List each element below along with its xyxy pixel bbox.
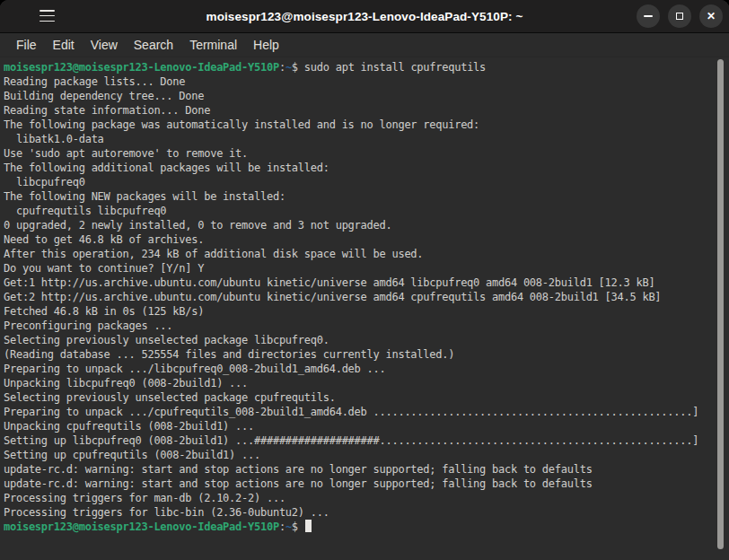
close-icon: ✕ — [707, 10, 716, 22]
terminal-line: Setting up cpufrequtils (008-2build1) ..… — [4, 448, 729, 462]
terminal-line: Need to get 46.8 kB of archives. — [4, 232, 729, 247]
maximize-button[interactable] — [668, 4, 691, 28]
terminal-line: Unpacking cpufrequtils (008-2build1) ... — [4, 419, 729, 433]
terminal-line: Processing triggers for man-db (2.10.2-2… — [4, 491, 729, 505]
close-button[interactable]: ✕ — [699, 4, 723, 28]
terminal-line: Selecting previously unselected package … — [4, 333, 729, 347]
menu-item-file[interactable]: File — [8, 36, 45, 54]
terminal-line: 0 upgraded, 2 newly installed, 0 to remo… — [4, 218, 729, 232]
terminal-line: (Reading database ... 525554 files and d… — [4, 347, 729, 362]
titlebar[interactable]: moisespr123@moisespr123-Lenovo-IdeaPad-Y… — [0, 0, 729, 33]
terminal-line: Reading state information... Done — [4, 103, 729, 118]
terminal-line: Setting up libcpufreq0 (008-2build1) ...… — [4, 433, 729, 448]
terminal-line: The following NEW packages will be insta… — [4, 189, 729, 204]
menu-item-edit[interactable]: Edit — [45, 36, 83, 54]
window-title: moisespr123@moisespr123-Lenovo-IdeaPad-Y… — [206, 10, 523, 23]
terminal-line: cpufrequtils libcpufreq0 — [4, 204, 729, 218]
hamburger-menu-icon[interactable] — [40, 10, 55, 22]
terminal-line: Building dependency tree... Done — [4, 89, 729, 103]
maximize-icon — [676, 13, 683, 20]
terminal-line: moisespr123@moisespr123-Lenovo-IdeaPad-Y… — [4, 60, 729, 74]
terminal-line: Preparing to unpack .../libcpufreq0_008-… — [4, 362, 729, 376]
terminal-line: Preconfiguring packages ... — [4, 319, 729, 333]
terminal-line: libatk1.0-data — [4, 132, 729, 146]
minimize-icon — [644, 15, 653, 17]
terminal-line: libcpufreq0 — [4, 175, 729, 189]
terminal-window: moisespr123@moisespr123-Lenovo-IdeaPad-Y… — [0, 0, 729, 560]
menu-item-view[interactable]: View — [83, 36, 126, 54]
menubar: FileEditViewSearchTerminalHelp — [0, 33, 729, 57]
menu-item-search[interactable]: Search — [126, 36, 181, 54]
window-controls: ✕ — [637, 4, 723, 28]
terminal-line: update-rc.d: warning: start and stop act… — [4, 477, 729, 491]
terminal-line: Selecting previously unselected package … — [4, 390, 729, 405]
terminal-line: Use 'sudo apt autoremove' to remove it. — [4, 146, 729, 161]
terminal-line: Reading package lists... Done — [4, 74, 729, 89]
terminal-line: Get:1 http://us.archive.ubuntu.com/ubunt… — [4, 276, 729, 290]
terminal-line: Do you want to continue? [Y/n] Y — [4, 261, 729, 276]
terminal-output: moisespr123@moisespr123-Lenovo-IdeaPad-Y… — [4, 60, 729, 534]
scrollbar-thumb[interactable] — [717, 59, 724, 549]
terminal-line: The following package was automatically … — [4, 118, 729, 132]
minimize-button[interactable] — [637, 4, 660, 28]
terminal-line: After this operation, 234 kB of addition… — [4, 247, 729, 261]
terminal-line: Get:2 http://us.archive.ubuntu.com/ubunt… — [4, 290, 729, 304]
terminal-cursor — [305, 520, 312, 532]
terminal-line: Preparing to unpack .../cpufrequtils_008… — [4, 405, 729, 419]
terminal-line: Fetched 46.8 kB in 0s (125 kB/s) — [4, 304, 729, 319]
menu-item-help[interactable]: Help — [245, 36, 287, 54]
terminal-viewport[interactable]: moisespr123@moisespr123-Lenovo-IdeaPad-Y… — [0, 57, 729, 560]
terminal-line: Unpacking libcpufreq0 (008-2build1) ... — [4, 376, 729, 390]
terminal-line: moisespr123@moisespr123-Lenovo-IdeaPad-Y… — [4, 520, 729, 534]
terminal-line: Processing triggers for libc-bin (2.36-0… — [4, 505, 729, 520]
terminal-line: The following additional packages will b… — [4, 161, 729, 175]
terminal-line: update-rc.d: warning: start and stop act… — [4, 462, 729, 477]
menu-item-terminal[interactable]: Terminal — [181, 36, 245, 54]
